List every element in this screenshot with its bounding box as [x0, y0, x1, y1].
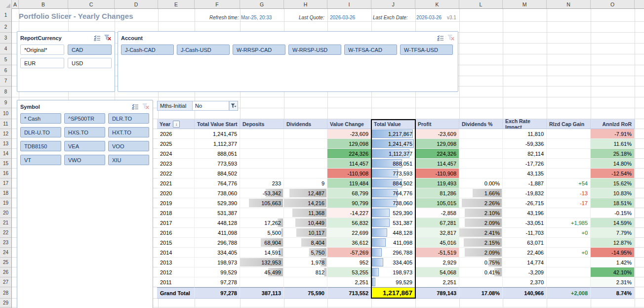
cell-2018-value-change[interactable]: -14,227 [327, 208, 371, 218]
cell-2022-dividends[interactable] [284, 169, 327, 178]
column-letter-O[interactable]: O [591, 0, 635, 8]
clear-filter-icon[interactable] [142, 103, 150, 110]
cell-2013-deposits[interactable]: 132,953 [240, 258, 284, 267]
row-number-24[interactable]: 24 [0, 248, 11, 258]
cell-grand-total-dividends[interactable]: 75,590 [284, 287, 327, 299]
row-number-23[interactable]: 23 [0, 238, 11, 248]
slicer-item-voo[interactable]: VOO [108, 141, 149, 151]
cell-grand-total-exch-rate-impact[interactable]: 140,966 [503, 287, 547, 299]
cell-2023-rlzd-cap-gain[interactable] [547, 159, 591, 169]
cell-2021-exch-rate-impact[interactable]: -1,887 [503, 178, 547, 188]
cell-2018-total-value-start[interactable]: 531,387 [195, 208, 240, 218]
column-header-year[interactable]: Year↓ [157, 119, 195, 129]
row-number-21[interactable]: 21 [0, 218, 11, 228]
cell-2013-total-value-start[interactable]: 198,973 [195, 258, 240, 267]
row-number-12[interactable]: 12 [0, 129, 11, 139]
cell-2022-rlzd-cap-gain[interactable] [547, 169, 591, 178]
cell-2020-total-value-start[interactable]: 738,060 [195, 188, 240, 198]
cell-2017-total-value[interactable]: 531,387 [371, 218, 415, 228]
cell-grand-total-deposits[interactable]: 387,113 [240, 287, 284, 299]
cell-2012-value-change[interactable]: 53,255 [327, 267, 371, 277]
slicer-item-j-cash-cad[interactable]: J-Cash-CAD [121, 44, 174, 55]
cell-2023-annlzd-ror[interactable]: 14.80% [591, 159, 635, 169]
row-number-2[interactable]: 2 [0, 22, 11, 33]
cell-2011-profit[interactable]: 2,251 [415, 277, 459, 287]
cell-2017-rlzd-cap-gain[interactable]: +1,985 [547, 218, 591, 228]
cell-2014-rlzd-cap-gain[interactable]: +0 [547, 248, 591, 258]
row-number-20[interactable]: 20 [0, 208, 11, 218]
cell-2013-total-value[interactable]: 334,405 [371, 258, 415, 267]
cell-2026-dividends[interactable] [284, 129, 327, 139]
cell-2023-dividends[interactable] [284, 159, 327, 169]
slicer-item-sp500tr[interactable]: ^SP500TR [64, 113, 105, 124]
clear-filter-icon[interactable] [104, 34, 112, 42]
cell-2025-total-value-start[interactable]: 1,112,377 [195, 139, 240, 149]
cell-2017-exch-rate-impact[interactable]: -33,051 [503, 218, 547, 228]
cell-2014-exch-rate-impact[interactable]: 22,406 [503, 248, 547, 258]
cell-2014-total-value[interactable]: 296,788 [371, 248, 415, 258]
cell-2015-deposits[interactable]: 68,904 [240, 238, 284, 248]
cell-2020-value-change[interactable]: 68,799 [327, 188, 371, 198]
clear-filter-icon[interactable] [447, 34, 455, 42]
slicer-item-vea[interactable]: VEA [64, 141, 105, 151]
column-header-deposits[interactable]: Deposits [240, 119, 284, 129]
cell-2017-year[interactable]: 2017 [157, 218, 195, 228]
cell-2016-total-value-start[interactable]: 411,098 [195, 228, 240, 238]
cell-2019-value-change[interactable]: 90,799 [327, 198, 371, 208]
cell-2019-dividends[interactable]: 2.26% [459, 198, 503, 208]
cell-2020-total-value[interactable]: 764,776 [371, 188, 415, 198]
column-header-profit[interactable]: Profit [415, 119, 459, 129]
column-header-value-change[interactable]: Value Change [327, 119, 371, 129]
cell-2013-rlzd-cap-gain[interactable] [547, 258, 591, 267]
cell-2023-value-change[interactable]: 114,457 [327, 159, 371, 169]
cell-2015-year[interactable]: 2015 [157, 238, 195, 248]
slicer-item-usd[interactable]: USD [68, 58, 112, 68]
cell-2013-dividends[interactable]: 1,978 [284, 258, 327, 267]
cell-2018-exch-rate-impact[interactable]: 43,196 [503, 208, 547, 218]
row-number-27[interactable]: 27 [0, 277, 11, 287]
cell-2015-rlzd-cap-gain[interactable] [547, 238, 591, 248]
cell-2021-year[interactable]: 2021 [157, 178, 195, 188]
row-number-22[interactable]: 22 [0, 228, 11, 238]
cell-2018-year[interactable]: 2018 [157, 208, 195, 218]
cell-2021-deposits[interactable]: 233 [240, 178, 284, 188]
cell-2022-deposits[interactable] [240, 169, 284, 178]
row-number-5[interactable]: 5 [0, 54, 11, 65]
cell-2016-annlzd-ror[interactable]: 7.79% [591, 228, 635, 238]
cell-2018-deposits[interactable] [240, 208, 284, 218]
cell-2025-dividends[interactable] [459, 139, 503, 149]
cell-2020-rlzd-cap-gain[interactable]: -13 [547, 188, 591, 198]
cell-2020-deposits[interactable]: -53,342 [240, 188, 284, 198]
cell-2024-year[interactable]: 2024 [157, 149, 195, 159]
cell-2015-annlzd-ror[interactable]: 12.87% [591, 238, 635, 248]
cell-2016-year[interactable]: 2016 [157, 228, 195, 238]
cell-2019-dividends[interactable]: 14,216 [284, 198, 327, 208]
column-letter-L[interactable]: L [459, 0, 503, 8]
column-letter-F[interactable]: F [195, 0, 240, 8]
cell-grand-total-total-value-start[interactable]: 97,278 [195, 287, 240, 299]
cell-2022-profit[interactable]: -110,908 [415, 169, 459, 178]
cell-2011-rlzd-cap-gain[interactable] [547, 277, 591, 287]
cell-2016-total-value[interactable]: 448,128 [371, 228, 415, 238]
column-header-total-value[interactable]: Total Value [371, 119, 415, 129]
cell-2019-rlzd-cap-gain[interactable]: -17 [547, 198, 591, 208]
slicer-item-cad[interactable]: CAD [68, 44, 112, 55]
cell-2013-annlzd-ror[interactable]: 1.42% [591, 258, 635, 267]
cell-grand-total-value-change[interactable]: 713,552 [327, 287, 371, 299]
column-header-total-value-start[interactable]: Total Value Start [195, 119, 240, 129]
cell-2019-total-value-start[interactable]: 529,390 [195, 198, 240, 208]
slicer-item-j-cash-usd[interactable]: J-Cash-USD [177, 44, 230, 55]
cell-2011-total-value[interactable]: 99,529 [371, 277, 415, 287]
column-letter-D[interactable]: D [115, 0, 158, 8]
cell-2020-exch-rate-impact[interactable]: -19,832 [503, 188, 547, 198]
row-number-14[interactable]: 14 [0, 149, 11, 159]
cell-2026-dividends[interactable] [459, 129, 503, 139]
cell-2014-dividends[interactable]: 2.09% [459, 248, 503, 258]
select-all-corner[interactable] [0, 0, 12, 9]
row-number-13[interactable]: 13 [0, 139, 11, 149]
cell-2026-exch-rate-impact[interactable]: 11,810 [503, 129, 547, 139]
slicer-item-dlr-u-to[interactable]: DLR-U.TO [20, 127, 61, 137]
cell-2021-annlzd-ror[interactable]: 15.62% [591, 178, 635, 188]
cell-2018-dividends[interactable]: 2.10% [459, 208, 503, 218]
slicer-item-dlr-to[interactable]: DLR.TO [108, 113, 149, 124]
